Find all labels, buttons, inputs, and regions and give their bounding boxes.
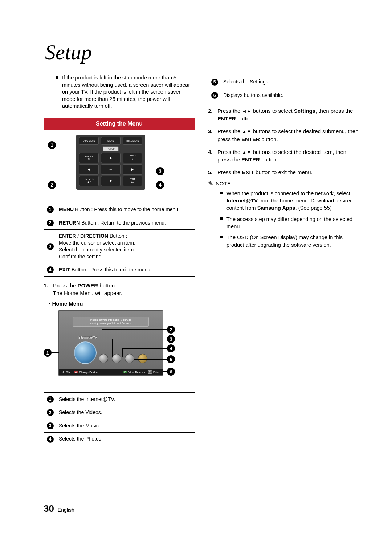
callout-badge-4: 4 — [156, 181, 164, 189]
callout-num: 2 — [47, 409, 54, 416]
callout-text: Displays buttons available. — [221, 89, 359, 102]
instruction-step: 2.Press the ◄► buttons to select Setting… — [208, 107, 359, 122]
home-screen: Please activate Internet@TV service to e… — [58, 310, 163, 376]
table-row: 6Displays buttons available. — [208, 89, 359, 102]
page-title: Setup — [45, 40, 359, 64]
remote-disc-menu-button: DISC MENU — [79, 137, 99, 145]
callout-num: 3 — [47, 243, 54, 250]
remote-enter-button: ⏎ — [101, 164, 121, 175]
callout-num: 4 — [47, 436, 54, 443]
instruction-step: 5.Press the EXIT button to exit the menu… — [208, 168, 359, 176]
section-heading: Setting the Menu — [44, 118, 195, 130]
note-item: When the product is connected to the net… — [208, 190, 359, 212]
callout-badge-1: 1 — [48, 141, 56, 149]
table-row: 3ENTER / DIRECTION Button :Move the curs… — [44, 230, 195, 263]
remote-diagram: DISC MENU MENU TITLE MENU POPUP TOOLS⎘ ▲… — [44, 135, 195, 196]
remote-menu-button: MENU — [101, 137, 121, 145]
photos-icon — [125, 354, 134, 363]
left-column: If the product is left in the stop mode … — [44, 74, 195, 446]
remote-down-button: ▼ — [101, 176, 121, 186]
callout-num: 3 — [47, 422, 54, 429]
home-badge-6: 6 — [167, 368, 175, 376]
home-badge-1: 1 — [44, 349, 52, 357]
callout-text: Selects the Videos. — [57, 406, 195, 419]
callout-text: RETURN Button : Return to the previous m… — [57, 216, 195, 230]
home-callout-table-left: 1Selects the Internet@TV.2Selects the Vi… — [44, 392, 195, 446]
note-heading: ✎ NOTE — [208, 180, 359, 188]
table-row: 2RETURN Button : Return to the previous … — [44, 216, 195, 230]
callout-text: MENU Button : Press this to move to the … — [57, 203, 195, 216]
home-badge-4: 4 — [167, 344, 175, 352]
callout-num: 6 — [211, 92, 218, 99]
square-bullet-icon — [220, 217, 223, 220]
home-badge-2: 2 — [167, 326, 175, 334]
home-bottom-bar: No Disc AChange Device DView Devices ⏎En… — [59, 369, 163, 375]
step-1: 1. Press the POWER button. The Home Menu… — [44, 282, 195, 297]
remote-right-button: ► — [123, 164, 142, 175]
remote-exit-button: EXIT⇤ — [123, 176, 142, 186]
callout-num: 1 — [47, 206, 54, 213]
videos-icon — [99, 354, 108, 363]
internet-tv-label: Internet@TV — [78, 336, 97, 339]
page-footer: 30 English — [44, 503, 74, 514]
globe-icon — [74, 341, 97, 364]
remote-up-button: ▲ — [101, 153, 121, 163]
table-row: 1MENU Button : Press this to move to the… — [44, 203, 195, 216]
callout-text: EXIT Button : Press this to exit the men… — [57, 263, 195, 277]
note-icon: ✎ — [208, 180, 213, 188]
right-column: 5Selects the Settings.6Displays buttons … — [208, 74, 359, 446]
home-banner: Please activate Internet@TV service to e… — [73, 317, 149, 327]
music-icon — [112, 354, 121, 363]
square-bullet-icon — [220, 236, 223, 238]
remote-info-button: INFOi — [123, 153, 142, 163]
callout-badge-2: 2 — [48, 181, 56, 189]
callout-text: Selects the Music. — [57, 419, 195, 433]
remote-body: DISC MENU MENU TITLE MENU POPUP TOOLS⎘ ▲… — [76, 135, 145, 190]
callout-badge-3: 3 — [156, 167, 164, 175]
callout-text: Selects the Settings. — [221, 75, 359, 89]
home-badge-5: 5 — [167, 355, 175, 363]
table-row: 4Selects the Photos. — [44, 432, 195, 446]
note-item: The OSD (On Screen Display) may change i… — [208, 234, 359, 249]
square-bullet-icon — [220, 192, 223, 194]
instruction-step: 4.Press the ▲▼ buttons to select the des… — [208, 148, 359, 163]
callout-num: 1 — [47, 396, 54, 403]
instruction-step: 3.Press the ▲▼ buttons to select the des… — [208, 127, 359, 143]
table-row: 5Selects the Settings. — [208, 75, 359, 89]
intro-text: If the product is left in the stop mode … — [62, 74, 195, 110]
table-row: 3Selects the Music. — [44, 419, 195, 433]
table-row: 1Selects the Internet@TV. — [44, 393, 195, 406]
remote-callout-table: 1MENU Button : Press this to move to the… — [44, 203, 195, 277]
home-menu-diagram: Please activate Internet@TV service to e… — [44, 310, 195, 383]
home-menu-label: • Home Menu — [49, 300, 195, 307]
settings-icon — [138, 354, 147, 363]
remote-popup-button: POPUP — [103, 146, 119, 151]
intro-bullet: If the product is left in the stop mode … — [44, 74, 195, 110]
remote-title-menu-button: TITLE MENU — [123, 137, 142, 145]
remote-tools-button: TOOLS⎘ — [79, 153, 99, 163]
page-language: English — [58, 507, 74, 513]
page-number: 30 — [44, 503, 54, 514]
remote-left-button: ◄ — [79, 164, 99, 175]
home-callout-table-right: 5Selects the Settings.6Displays buttons … — [208, 75, 359, 102]
table-row: 4EXIT Button : Press this to exit the me… — [44, 263, 195, 277]
callout-text: Selects the Photos. — [57, 432, 195, 446]
note-label: NOTE — [216, 180, 231, 187]
note-item: The access step may differ depending on … — [208, 216, 359, 230]
callout-num: 5 — [211, 79, 218, 86]
table-row: 2Selects the Videos. — [44, 406, 195, 419]
callout-text: Selects the Internet@TV. — [57, 393, 195, 406]
callout-num: 2 — [47, 220, 54, 226]
square-bullet-icon — [56, 76, 58, 79]
callout-text: ENTER / DIRECTION Button :Move the curso… — [57, 230, 195, 263]
home-badge-3: 3 — [167, 335, 175, 343]
remote-return-button: RETURN↶ — [79, 176, 99, 186]
callout-num: 4 — [47, 266, 54, 273]
